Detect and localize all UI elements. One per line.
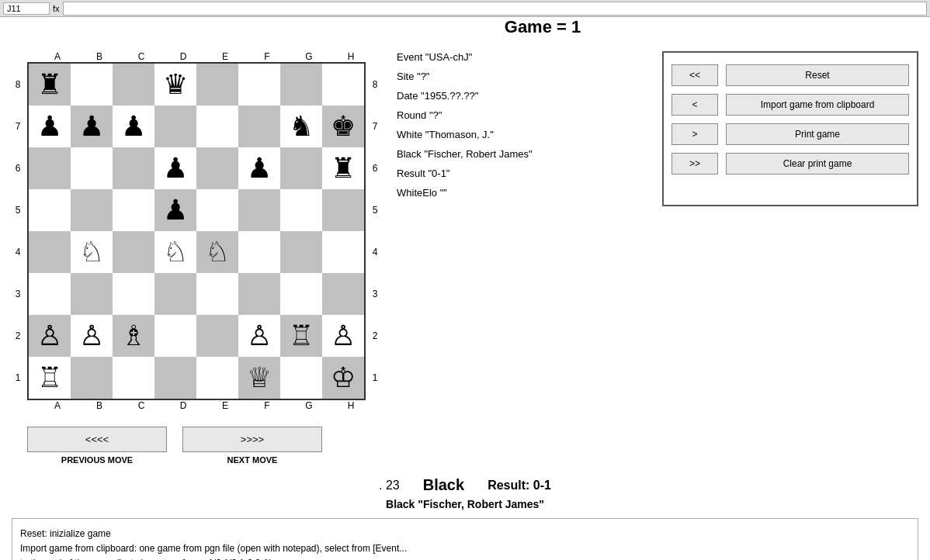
game-result: Result: 0-1 (488, 479, 551, 493)
square-h1: ♔ (322, 357, 364, 399)
bottom-file-g: G (288, 400, 330, 411)
piece-g2: ♖ (289, 322, 314, 350)
file-label-c: C (120, 51, 162, 62)
square-h4 (322, 231, 364, 273)
bottom-file-h: H (330, 400, 372, 411)
rank-4: 4 (12, 231, 24, 273)
game-status: . 23 Black Result: 0-1 (0, 472, 930, 498)
bottom-file-a: A (36, 400, 78, 411)
next-move-button[interactable]: >>>> (182, 427, 322, 452)
nav-row-1: << Reset (671, 64, 909, 86)
rank-right-8: 8 (369, 64, 381, 105)
square-e5 (196, 189, 238, 231)
cell-reference[interactable] (3, 2, 50, 15)
piece-a7: ♟ (37, 112, 62, 140)
square-e7 (196, 105, 238, 147)
square-a7: ♟ (29, 105, 71, 147)
square-h5 (322, 189, 364, 231)
square-g7: ♞ (280, 105, 322, 147)
square-a2: ♙ (29, 315, 71, 357)
piece-c2: ♗ (121, 322, 146, 350)
prev-prev-button[interactable]: << (671, 64, 718, 86)
prev-move-button[interactable]: <<<< (27, 427, 167, 452)
square-e2 (196, 315, 238, 357)
square-h7: ♚ (322, 105, 364, 147)
square-c3 (113, 273, 154, 315)
square-g8 (280, 64, 322, 105)
square-c2: ♗ (113, 315, 154, 357)
bottom-file-e: E (204, 400, 246, 411)
next-button[interactable]: > (671, 123, 718, 145)
square-c7: ♟ (113, 105, 154, 147)
square-b2: ♙ (71, 315, 113, 357)
piece-d4: ♘ (163, 238, 188, 266)
info-event: Event "USA-chJ" (397, 51, 651, 63)
piece-d5: ♟ (163, 196, 188, 224)
bottom-file-f: F (246, 400, 288, 411)
square-b7: ♟ (71, 105, 113, 147)
piece-h6: ♜ (331, 154, 356, 182)
piece-d6: ♟ (163, 154, 188, 182)
chess-board: ♜ ♛ ♟ ♟ ♟ ♞ ♚ (27, 62, 366, 400)
square-e8 (196, 64, 238, 105)
piece-e4: ♘ (205, 238, 230, 266)
print-button[interactable]: Print game (726, 123, 909, 145)
piece-a8: ♜ (37, 71, 62, 99)
main-content: A B C D E F G H 8 7 6 5 4 3 2 1 (0, 43, 930, 419)
next-move-label: NEXT MOVE (227, 455, 278, 465)
bottom-file-d: D (162, 400, 204, 411)
board-with-labels: 8 7 6 5 4 3 2 1 ♜ ♛ (12, 62, 381, 400)
square-b1 (71, 357, 113, 399)
rank-5: 5 (12, 189, 24, 231)
info-round: Round "?" (397, 109, 651, 121)
rank-right-4: 4 (369, 231, 381, 273)
rank-2: 2 (12, 315, 24, 357)
piece-h7: ♚ (331, 112, 356, 140)
square-f7 (238, 105, 280, 147)
clear-print-button[interactable]: Clear print game (726, 153, 909, 175)
square-a5 (29, 189, 71, 231)
board-container: A B C D E F G H 8 7 6 5 4 3 2 1 (12, 51, 381, 411)
square-d6: ♟ (154, 147, 196, 189)
square-h6: ♜ (322, 147, 364, 189)
file-label-f: F (246, 51, 288, 62)
bottom-controls: <<<< PREVIOUS MOVE >>>> NEXT MOVE (16, 419, 930, 472)
square-c5 (113, 189, 154, 231)
help-line-1: Reset: inizialize game (20, 527, 910, 541)
square-a3 (29, 273, 71, 315)
game-title: Game = 1 (0, 17, 930, 37)
square-d2 (154, 315, 196, 357)
square-f1: ♕ (238, 357, 280, 399)
formula-input[interactable] (63, 2, 927, 16)
piece-h2: ♙ (331, 322, 356, 350)
bottom-file-c: C (120, 400, 162, 411)
square-b6 (71, 147, 113, 189)
game-info: Event "USA-chJ" Site "?" Date "1955.??.?… (397, 51, 651, 206)
piece-c7: ♟ (121, 112, 146, 140)
square-f4 (238, 231, 280, 273)
prev-button[interactable]: < (671, 94, 718, 116)
nav-row-2: < Import game from clipboard (671, 94, 909, 116)
square-f3 (238, 273, 280, 315)
square-g2: ♖ (280, 315, 322, 357)
rank-6: 6 (12, 147, 24, 189)
reset-button[interactable]: Reset (726, 64, 909, 86)
rank-7: 7 (12, 105, 24, 147)
left-rank-labels: 8 7 6 5 4 3 2 1 (12, 64, 24, 399)
square-b3 (71, 273, 113, 315)
piece-d8: ♛ (163, 71, 188, 99)
next-next-button[interactable]: >> (671, 153, 718, 175)
file-label-g: G (288, 51, 330, 62)
rank-right-2: 2 (369, 315, 381, 357)
square-h3 (322, 273, 364, 315)
square-c4 (113, 231, 154, 273)
file-label-b: B (78, 51, 120, 62)
square-d3 (154, 273, 196, 315)
import-button[interactable]: Import game from clipboard (726, 94, 909, 116)
prev-move-label: PREVIOUS MOVE (61, 455, 133, 465)
square-b5 (71, 189, 113, 231)
rank-right-5: 5 (369, 189, 381, 231)
square-f2: ♙ (238, 315, 280, 357)
nav-row-3: > Print game (671, 123, 909, 145)
square-f6: ♟ (238, 147, 280, 189)
